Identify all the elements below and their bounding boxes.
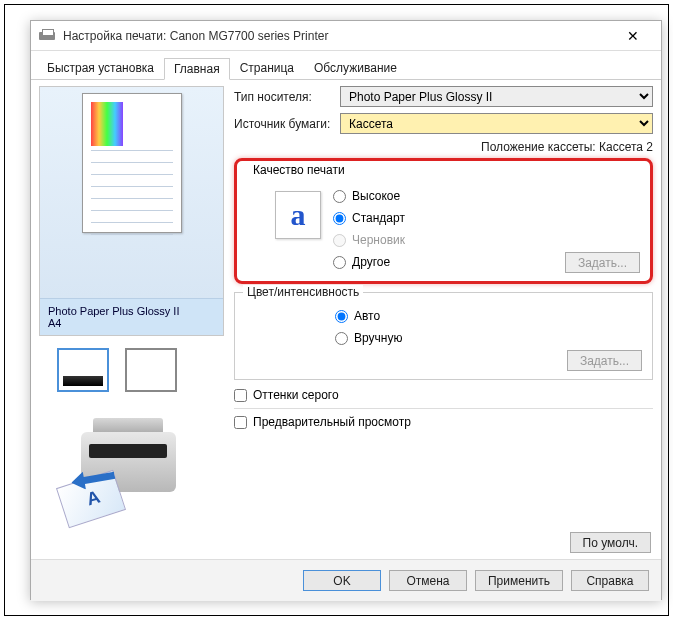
paper-source-label: Источник бумаги: — [234, 117, 340, 131]
quality-icon: a — [275, 191, 321, 239]
right-panel: Тип носителя: Photo Paper Plus Glossy II… — [224, 86, 653, 532]
color-radio-auto[interactable]: Авто — [335, 305, 644, 327]
close-button[interactable]: ✕ — [613, 22, 653, 50]
paper-source-row: Источник бумаги: Кассета — [234, 113, 653, 134]
preview-checkbox[interactable]: Предварительный просмотр — [234, 415, 653, 429]
rainbow-swatch — [91, 102, 123, 146]
cancel-button[interactable]: Отмена — [389, 570, 467, 591]
bottom-button-bar: OK Отмена Применить Справка — [31, 559, 661, 601]
quality-legend: Качество печати — [249, 163, 349, 177]
media-type-select[interactable]: Photo Paper Plus Glossy II — [340, 86, 653, 107]
color-radio-manual[interactable]: Вручную — [335, 327, 644, 349]
color-intensity-group: Цвет/интенсивность Авто Вручную Задать..… — [234, 292, 653, 380]
help-button[interactable]: Справка — [571, 570, 649, 591]
media-type-label: Тип носителя: — [234, 90, 340, 104]
tab-main[interactable]: Главная — [164, 58, 230, 80]
left-panel: Photo Paper Plus Glossy II A4 A — [39, 86, 224, 532]
quality-set-button: Задать... — [565, 252, 640, 273]
preview-box: Photo Paper Plus Glossy II A4 — [39, 86, 224, 336]
printer-illustration: A — [59, 414, 199, 524]
quality-radio-standard[interactable]: Стандарт — [333, 207, 642, 229]
ok-button[interactable]: OK — [303, 570, 381, 591]
titlebar: Настройка печати: Canon MG7700 series Pr… — [31, 21, 661, 51]
thumb-tray-blank[interactable] — [125, 348, 177, 392]
defaults-button[interactable]: По умолч. — [570, 532, 651, 553]
window-title: Настройка печати: Canon MG7700 series Pr… — [63, 29, 613, 43]
defaults-row: По умолч. — [31, 532, 661, 559]
color-set-button: Задать... — [567, 350, 642, 371]
print-quality-group: Качество печати a Высокое Стандарт Черно… — [234, 158, 653, 284]
media-type-row: Тип носителя: Photo Paper Plus Glossy II — [234, 86, 653, 107]
cassette-position-label: Положение кассеты: Кассета 2 — [234, 140, 653, 154]
printer-icon — [39, 29, 55, 43]
tab-page[interactable]: Страница — [230, 57, 304, 79]
color-legend: Цвет/интенсивность — [243, 285, 363, 299]
paper-source-select[interactable]: Кассета — [340, 113, 653, 134]
tab-strip: Быстрая установка Главная Страница Обслу… — [31, 53, 661, 80]
preview-paper-label: Photo Paper Plus Glossy II A4 — [40, 298, 223, 335]
quality-radio-high[interactable]: Высокое — [333, 185, 642, 207]
apply-button[interactable]: Применить — [475, 570, 563, 591]
grayscale-checkbox[interactable]: Оттенки серого — [234, 388, 653, 402]
thumb-tray-front[interactable] — [57, 348, 109, 392]
tab-quick-setup[interactable]: Быстрая установка — [37, 57, 164, 79]
quality-radio-draft: Черновик — [333, 229, 642, 251]
print-settings-dialog: Настройка печати: Canon MG7700 series Pr… — [30, 20, 662, 600]
orientation-thumbs — [57, 348, 224, 392]
tab-maintenance[interactable]: Обслуживание — [304, 57, 407, 79]
page-preview — [82, 93, 182, 233]
tab-content: Photo Paper Plus Glossy II A4 A Тип носи… — [31, 80, 661, 532]
